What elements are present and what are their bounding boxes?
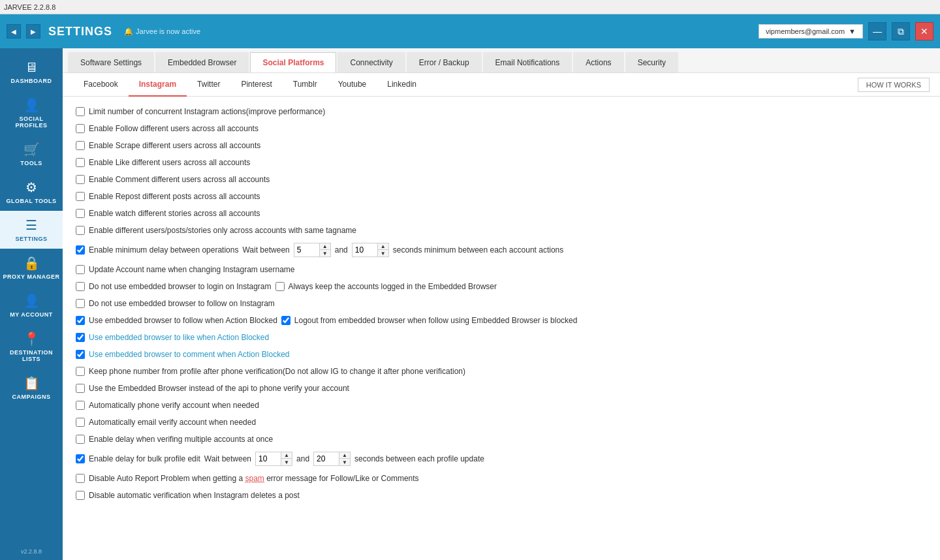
sub-tab-twitter[interactable]: Twitter bbox=[187, 73, 230, 97]
label-use-embedded-comment[interactable]: Use embedded browser to comment when Act… bbox=[89, 350, 290, 359]
checkbox-disable-auto-report[interactable] bbox=[76, 474, 85, 483]
tab-email-notifications[interactable]: Email Notifications bbox=[483, 52, 572, 72]
checkbox-enable-watch-stories[interactable] bbox=[76, 209, 85, 218]
label-use-embedded-like[interactable]: Use embedded browser to like when Action… bbox=[89, 333, 269, 342]
label-enable-comment-different[interactable]: Enable Comment different users across al… bbox=[89, 175, 270, 184]
checkbox-use-embedded-follow[interactable] bbox=[76, 316, 85, 325]
nav-back-button[interactable]: ◀ bbox=[7, 24, 21, 39]
spinner-up[interactable]: ▲ bbox=[339, 452, 350, 459]
checkbox-enable-scrape-different[interactable] bbox=[76, 141, 85, 150]
nav-forward-button[interactable]: ▶ bbox=[26, 24, 40, 39]
spinner-up[interactable]: ▲ bbox=[281, 452, 292, 459]
sub-tab-facebook[interactable]: Facebook bbox=[73, 73, 129, 97]
checkbox-enable-follow-different[interactable] bbox=[76, 124, 85, 133]
checkbox-disable-auto-verify[interactable] bbox=[76, 491, 85, 500]
sidebar-item-campaigns[interactable]: 📋 CAMPAIGNS bbox=[0, 369, 63, 407]
label-enable-min-delay[interactable]: Enable minimum delay between operations bbox=[89, 245, 238, 255]
checkbox-enable-different-tagname[interactable] bbox=[76, 226, 85, 235]
tab-software-settings[interactable]: Software Settings bbox=[68, 52, 154, 72]
label-auto-email-verify[interactable]: Automatically email verify account when … bbox=[89, 418, 256, 427]
setting-row-enable-min-delay: Enable minimum delay between operationsW… bbox=[76, 243, 927, 257]
sub-tab-youtube[interactable]: Youtube bbox=[328, 73, 377, 97]
user-email: vipmembers@gmail.com bbox=[766, 27, 845, 35]
label-no-embedded-login-extra[interactable]: Always keep the accounts logged in the E… bbox=[289, 282, 497, 291]
label-no-embedded-follow[interactable]: Do not use embedded browser to follow on… bbox=[89, 299, 275, 308]
checkbox-no-embedded-login[interactable] bbox=[76, 282, 85, 291]
sub-tab-tumblr[interactable]: Tumblr bbox=[283, 73, 328, 97]
label-enable-delay-bulk[interactable]: Enable delay for bulk profile edit bbox=[89, 454, 200, 463]
sidebar-label-social-profiles: SOCIAL PROFILES bbox=[3, 116, 60, 129]
sidebar-item-dashboard[interactable]: 🖥 DASHBOARD bbox=[0, 54, 63, 91]
tab-social-platforms[interactable]: Social Platforms bbox=[250, 52, 336, 72]
label-disable-auto-report[interactable]: Disable Auto Report Problem when getting… bbox=[89, 474, 419, 483]
label-enable-watch-stories[interactable]: Enable watch different stories across al… bbox=[89, 209, 260, 218]
maximize-button[interactable]: ⧉ bbox=[892, 22, 910, 40]
sidebar-item-proxy-manager[interactable]: 🔒 PROXY MANAGER bbox=[0, 249, 63, 287]
setting-row-use-embedded-phone: Use the Embedded Browser instead of the … bbox=[76, 384, 927, 393]
tab-bar: Software SettingsEmbedded BrowserSocial … bbox=[63, 48, 940, 73]
label-limit-concurrent[interactable]: Limit number of concurrent Instagram act… bbox=[89, 107, 325, 116]
user-dropdown[interactable]: vipmembers@gmail.com ▼ bbox=[759, 24, 863, 39]
header: ◀ ▶ SETTINGS 🔔 Jarvee is now active vipm… bbox=[0, 14, 940, 48]
label-enable-follow-different[interactable]: Enable Follow different users across all… bbox=[89, 124, 258, 133]
spinner-up[interactable]: ▲ bbox=[378, 243, 388, 250]
checkbox-enable-min-delay[interactable] bbox=[76, 245, 85, 255]
label-no-embedded-login[interactable]: Do not use embedded browser to login on … bbox=[89, 282, 272, 291]
spinner-down[interactable]: ▼ bbox=[320, 250, 330, 257]
label-disable-auto-verify[interactable]: Disable automatic verification when Inst… bbox=[89, 491, 300, 500]
setting-row-enable-like-different: Enable Like different users across all a… bbox=[76, 158, 927, 167]
checkbox-no-embedded-login-extra[interactable] bbox=[275, 282, 285, 291]
sub-tab-linkedin[interactable]: Linkedin bbox=[377, 73, 427, 97]
checkbox-use-embedded-phone[interactable] bbox=[76, 384, 85, 393]
sidebar-item-social-profiles[interactable]: 👤 SOCIAL PROFILES bbox=[0, 91, 63, 135]
label-use-embedded-follow-extra[interactable]: Logout from embedded browser when follow… bbox=[294, 316, 578, 325]
label-update-account-name[interactable]: Update Account name when changing Instag… bbox=[89, 265, 295, 274]
setting-row-no-embedded-login: Do not use embedded browser to login on … bbox=[76, 282, 927, 291]
checkbox-use-embedded-comment[interactable] bbox=[76, 350, 85, 359]
label-use-embedded-follow[interactable]: Use embedded browser to follow when Acti… bbox=[89, 316, 277, 325]
sub-tab-pinterest[interactable]: Pinterest bbox=[230, 73, 282, 97]
tab-security[interactable]: Security bbox=[625, 52, 678, 72]
label-auto-phone-verify[interactable]: Automatically phone verify account when … bbox=[89, 401, 259, 410]
spinner-up[interactable]: ▲ bbox=[320, 243, 330, 250]
checkbox-enable-delay-bulk[interactable] bbox=[76, 454, 85, 463]
checkbox-enable-like-different[interactable] bbox=[76, 158, 85, 167]
checkbox-use-embedded-like[interactable] bbox=[76, 333, 85, 342]
notification-area: 🔔 Jarvee is now active bbox=[124, 27, 200, 36]
sidebar-item-destination-lists[interactable]: 📍 DESTINATION LISTS bbox=[0, 324, 63, 369]
spinner-down[interactable]: ▼ bbox=[339, 459, 350, 465]
checkbox-update-account-name[interactable] bbox=[76, 265, 85, 274]
checkbox-auto-email-verify[interactable] bbox=[76, 418, 85, 427]
sidebar-item-global-tools[interactable]: ⚙ GLOBAL TOOLS bbox=[0, 173, 63, 211]
tab-error-backup[interactable]: Error / Backup bbox=[407, 52, 482, 72]
how-it-works-button[interactable]: HOW IT WORKS bbox=[858, 78, 930, 92]
checkbox-use-embedded-follow-extra[interactable] bbox=[281, 316, 290, 325]
label-enable-repost-different[interactable]: Enable Repost different posts across all… bbox=[89, 192, 260, 201]
checkbox-enable-comment-different[interactable] bbox=[76, 175, 85, 184]
checkbox-enable-repost-different[interactable] bbox=[76, 192, 85, 201]
close-button[interactable]: ✕ bbox=[915, 22, 933, 40]
checkbox-no-embedded-follow[interactable] bbox=[76, 299, 85, 308]
label-use-embedded-phone[interactable]: Use the Embedded Browser instead of the … bbox=[89, 384, 349, 393]
sidebar-item-my-account[interactable]: 👤 MY ACCOUNT bbox=[0, 287, 63, 324]
checkbox-limit-concurrent[interactable] bbox=[76, 107, 85, 116]
tab-actions[interactable]: Actions bbox=[573, 52, 623, 72]
tab-connectivity[interactable]: Connectivity bbox=[337, 52, 405, 72]
label-enable-like-different[interactable]: Enable Like different users across all a… bbox=[89, 158, 250, 167]
sidebar-item-tools[interactable]: 🛒 TOOLS bbox=[0, 135, 63, 173]
label-enable-scrape-different[interactable]: Enable Scrape different users across all… bbox=[89, 141, 260, 150]
campaigns-icon: 📋 bbox=[24, 375, 40, 391]
sub-tab-instagram[interactable]: Instagram bbox=[129, 73, 187, 97]
spinner-down[interactable]: ▼ bbox=[378, 250, 388, 257]
checkbox-enable-delay-multiple[interactable] bbox=[76, 435, 85, 444]
label-keep-phone-number[interactable]: Keep phone number from profile after pho… bbox=[89, 367, 465, 376]
spinner-down[interactable]: ▼ bbox=[281, 459, 292, 465]
checkbox-keep-phone-number[interactable] bbox=[76, 367, 85, 376]
label-enable-different-tagname[interactable]: Enable different users/posts/stories onl… bbox=[89, 226, 356, 235]
sidebar-item-settings[interactable]: ☰ SETTINGS bbox=[0, 211, 63, 249]
label-enable-delay-multiple[interactable]: Enable delay when verifing multiple acco… bbox=[89, 435, 273, 444]
tab-embedded-browser[interactable]: Embedded Browser bbox=[155, 52, 249, 72]
sidebar-label-campaigns: CAMPAIGNS bbox=[12, 394, 51, 400]
checkbox-auto-phone-verify[interactable] bbox=[76, 401, 85, 410]
minimize-button[interactable]: — bbox=[868, 22, 886, 40]
